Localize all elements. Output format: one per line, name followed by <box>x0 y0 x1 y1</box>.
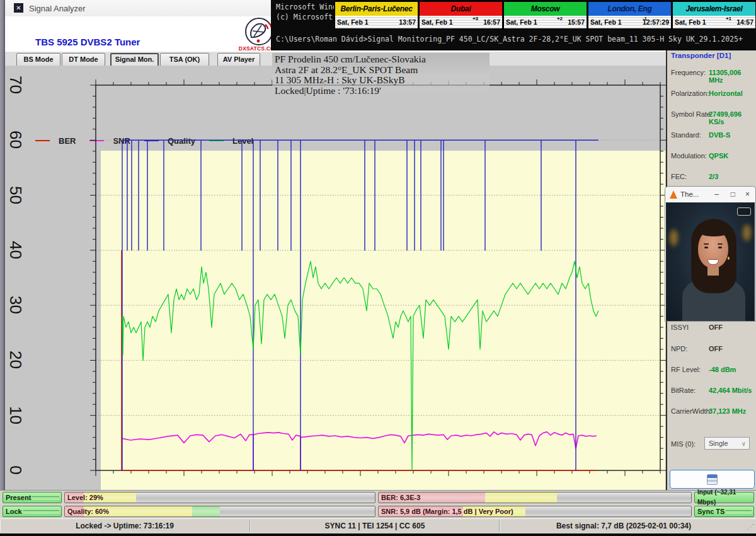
signal-analyzer-icon: ✕ <box>14 3 23 13</box>
meter-segment <box>485 492 557 503</box>
field-label-fec: FEC: <box>671 173 687 180</box>
clock-london-eng: London, EngSat, Feb 1-112:57:29 <box>587 1 672 30</box>
toolbar-button-bs-mode[interactable]: BS Mode <box>16 53 60 67</box>
clock-time: 12:57:29 <box>643 18 669 26</box>
y-axis-label-30: 30 <box>6 293 25 318</box>
series-snr <box>122 432 597 470</box>
clock-utc-offset: +2 <box>557 16 563 21</box>
app-title: Signal Analyzer <box>29 4 86 13</box>
field-value-npd: OFF <box>709 345 723 352</box>
legend-label-ber: BER <box>59 136 76 146</box>
statusbar-uptime: Locked -> Uptime: 73:16:19 <box>0 520 249 532</box>
note-line-3: 11 305 MHz-H : Sky UK-BSkyB <box>275 75 490 86</box>
sync-ts-indicator: Sync TS <box>694 506 754 517</box>
terminal-line: Microsoft Wind <box>276 3 337 11</box>
field-value-standard: DVB-S <box>709 131 730 139</box>
snr-meter-label: SNR: 5,9 dB (Margin: 1,5 dB | Very Poor) <box>381 508 513 515</box>
field-value-bitrate: 42,464 Mbit/s <box>709 387 752 394</box>
present-indicator: Present <box>3 492 62 503</box>
field-value-symbolrate: 27499,696 KS/s <box>709 110 756 125</box>
mis-dropdown[interactable]: Single ∨ <box>704 437 750 450</box>
service-list-button[interactable] <box>670 470 755 489</box>
vlc-player-window[interactable]: The... – □ × <box>665 186 756 322</box>
field-label-carrierwidth: CarrierWidth: <box>671 407 712 415</box>
signal-chart <box>96 85 660 470</box>
background-lamp <box>742 224 752 242</box>
field-value-frequency: 11305,006 MHz <box>709 69 756 84</box>
vlc-titlebar[interactable]: The... – □ × <box>665 187 755 203</box>
field-label-npd: NPD: <box>671 345 687 352</box>
maximize-icon[interactable]: □ <box>731 190 735 199</box>
clock-time: 13:57 <box>399 18 416 26</box>
mis-value: Single <box>709 440 728 447</box>
field-value-carrierwidth: 37,123 MHz <box>709 407 746 415</box>
field-label-issyi: ISSYI <box>671 323 689 331</box>
y-axis-label-40: 40 <box>6 237 25 262</box>
clock-dubai: DubaiSat, Feb 1+316:57 <box>418 1 503 30</box>
clock-city: Jerusalem-Israel <box>673 2 755 16</box>
clock-city: Berlin-Paris-Lučenec <box>335 2 418 16</box>
window-left-border <box>0 0 5 533</box>
woman-eyebrow <box>718 243 723 245</box>
note-line-1: PF Prodelin 450 cm/Lučenec-Slovakia <box>275 54 490 65</box>
field-label-standard: Standard: <box>671 131 701 139</box>
woman-fringe <box>697 224 731 236</box>
clock-city: Moscow <box>504 2 587 16</box>
earring <box>728 257 730 260</box>
level-meter-label: Level: 29% <box>67 494 103 501</box>
field-value-issyi: OFF <box>709 323 723 331</box>
tuner-title: TBS 5925 DVBS2 Tuner <box>35 37 140 47</box>
clock-time: 15:57 <box>568 18 585 26</box>
terminal-line: (c) Microsoft <box>276 13 333 21</box>
annotation-note: PF Prodelin 450 cm/Lučenec-Slovakia Astr… <box>272 53 490 97</box>
field-value-rflevel: -48 dBm <box>709 366 736 373</box>
clock-utc-offset: +3 <box>472 16 478 21</box>
snr-meter: SNR: 5,9 dB (Margin: 1,5 dB | Very Poor) <box>378 506 692 517</box>
y-axis-label-60: 60 <box>6 127 25 153</box>
channel-logo <box>737 207 751 216</box>
lock-indicator: Lock <box>3 506 62 517</box>
clock-date: Sat, Feb 1 <box>590 18 622 26</box>
y-axis-label-50: 50 <box>6 182 25 207</box>
field-label-frequency: Frequency: <box>671 69 706 76</box>
toolbar-button-dt-mode[interactable]: DT Mode <box>62 53 105 67</box>
clock-jerusalem-israel: Jerusalem-IsraelSat, Feb 1+114:57 <box>672 1 756 30</box>
y-axis-label-70: 70 <box>6 73 25 98</box>
y-axis-label-20: 20 <box>6 347 25 373</box>
woman-eye <box>718 247 722 248</box>
toolbar-button-tsa-ok-[interactable]: TSA (OK) <box>160 53 209 67</box>
y-axis-label-0: 0 <box>6 458 25 483</box>
woman-eyebrow <box>704 243 709 245</box>
terminal-prompt[interactable]: C:\Users\Roman Dávid>Signal Monitoring_P… <box>276 35 743 44</box>
field-label-modulation: Modulation: <box>671 152 707 160</box>
woman-eye <box>704 247 708 248</box>
ber-meter: BER: 6,3E-3 <box>378 492 692 503</box>
legend-line-ber <box>35 140 50 141</box>
quality-meter: Quality: 60% <box>64 506 375 517</box>
field-value-polarization: Horizontal <box>709 90 743 97</box>
field-value-modulation: QPSK <box>709 152 728 160</box>
clock-moscow: MoscowSat, Feb 1+215:57 <box>503 1 587 30</box>
ber-meter-label: BER: 6,3E-3 <box>381 494 420 501</box>
toolbar-button-av-player[interactable]: AV Player <box>217 53 260 67</box>
level-meter: Level: 29% <box>64 492 375 503</box>
service-list-icon <box>707 474 718 485</box>
note-line-2: Astra 2F at 28.2°E_UK SPOT Beam <box>275 65 490 76</box>
close-icon[interactable]: × <box>745 190 750 199</box>
statusbar: Locked -> Uptime: 73:16:19 SYNC 11 | TEI… <box>0 518 756 533</box>
clock-date: Sat, Feb 1 <box>421 18 453 26</box>
quality-meter-label: Quality: 60% <box>67 508 109 515</box>
minimize-icon[interactable]: – <box>714 190 719 199</box>
clock-time: 14:57 <box>736 18 753 26</box>
resize-grip[interactable]: ⋰ <box>747 523 754 531</box>
meter-segment <box>192 506 220 516</box>
video-frame[interactable] <box>666 202 755 321</box>
transponder-header: Transponder [D1] <box>671 52 731 59</box>
field-label-rflevel: RF Level: <box>671 366 701 373</box>
field-label-polarization: Polarization: <box>671 90 709 97</box>
input-indicator: Input (~32,31 Mbps) <box>694 492 754 503</box>
clock-date: Sat, Feb 1 <box>337 18 369 26</box>
world-clock-bar: Berlin-Paris-LučenecSat, Feb 113:57Dubai… <box>334 1 756 30</box>
clock-utc-offset: +1 <box>726 16 731 21</box>
status-meter-rows: Present Lock Level: 29% Quality: 60% BER… <box>0 490 756 519</box>
